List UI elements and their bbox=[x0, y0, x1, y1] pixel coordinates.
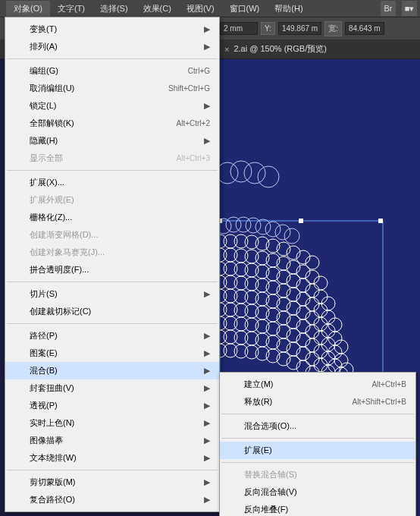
obj-label-27: 文本绕排(W) bbox=[30, 452, 199, 464]
chevron-right-icon: ▶ bbox=[204, 401, 210, 411]
obj-label-6: 全部解锁(K) bbox=[30, 118, 177, 129]
svg-rect-131 bbox=[299, 219, 303, 223]
chevron-right-icon: ▶ bbox=[204, 477, 210, 487]
svg-point-27 bbox=[255, 251, 269, 265]
obj-label-20: 路径(P) bbox=[30, 330, 199, 341]
y-label: Y: bbox=[261, 22, 275, 35]
obj-label-4: 取消编组(U) bbox=[30, 83, 168, 94]
svg-point-107 bbox=[255, 333, 269, 347]
obj-item-5[interactable]: 锁定(L)▶ bbox=[5, 97, 219, 115]
obj-item-17[interactable]: 切片(S)▶ bbox=[5, 285, 219, 303]
obj-label-13: 创建渐变网格(D)... bbox=[30, 229, 210, 241]
obj-label-29: 剪切蒙版(M) bbox=[30, 477, 199, 488]
blend-item-8[interactable]: 反向混合轴(V) bbox=[220, 483, 415, 501]
blend-item-1[interactable]: 释放(R)Alt+Shift+Ctrl+B bbox=[220, 393, 415, 411]
svg-point-10 bbox=[265, 222, 281, 237]
obj-item-6[interactable]: 全部解锁(K)Alt+Ctrl+2 bbox=[5, 115, 219, 132]
menu-1[interactable]: 文字(T) bbox=[50, 1, 92, 17]
obj-item-26[interactable]: 图像描摹▶ bbox=[5, 432, 219, 449]
svg-point-6 bbox=[226, 217, 241, 232]
obj-item-7[interactable]: 隐藏(H)▶ bbox=[5, 132, 219, 149]
blend-label-3: 混合选项(O)... bbox=[244, 420, 406, 432]
obj-item-29[interactable]: 剪切蒙版(M)▶ bbox=[5, 474, 219, 491]
blend-label-7: 替换混合轴(S) bbox=[244, 469, 406, 480]
blend-sep-2 bbox=[221, 414, 414, 414]
obj-label-12: 栅格化(Z)... bbox=[30, 212, 210, 223]
obj-item-27[interactable]: 文本绕排(W)▶ bbox=[5, 449, 219, 467]
svg-point-4 bbox=[258, 166, 279, 187]
obj-item-25[interactable]: 实时上色(N)▶ bbox=[5, 414, 219, 432]
toolbar-icon-1[interactable]: ■▾ bbox=[402, 1, 417, 16]
obj-label-22: 混合(B) bbox=[30, 365, 199, 376]
y-value[interactable]: 149.867 m bbox=[278, 22, 321, 35]
close-icon[interactable]: × bbox=[224, 45, 229, 54]
obj-item-24[interactable]: 透视(P)▶ bbox=[5, 397, 219, 414]
chevron-right-icon: ▶ bbox=[204, 331, 210, 341]
blend-submenu: 建立(M)Alt+Ctrl+B释放(R)Alt+Shift+Ctrl+B混合选项… bbox=[219, 372, 416, 516]
obj-label-7: 隐藏(H) bbox=[30, 135, 199, 146]
obj-label-1: 排列(A) bbox=[30, 41, 199, 52]
chevron-right-icon: ▶ bbox=[204, 101, 210, 111]
obj-item-3[interactable]: 编组(G)Ctrl+G bbox=[5, 62, 219, 80]
obj-item-22[interactable]: 混合(B)▶ bbox=[5, 362, 219, 379]
menu-3[interactable]: 效果(C) bbox=[136, 1, 179, 17]
obj-item-10[interactable]: 扩展(X)... bbox=[5, 174, 219, 191]
obj-item-18[interactable]: 创建裁切标记(C) bbox=[5, 303, 219, 320]
menu-0[interactable]: 对象(O) bbox=[6, 1, 50, 17]
obj-item-12[interactable]: 栅格化(Z)... bbox=[5, 209, 219, 226]
obj-shortcut-6: Alt+Ctrl+2 bbox=[177, 119, 210, 127]
chevron-right-icon: ▶ bbox=[204, 289, 210, 299]
blend-label-5: 扩展(E) bbox=[244, 445, 406, 456]
blend-sep-4 bbox=[221, 438, 414, 439]
chevron-right-icon: ▶ bbox=[204, 418, 210, 428]
menu-5[interactable]: 窗口(W) bbox=[222, 1, 268, 17]
obj-item-20[interactable]: 路径(P)▶ bbox=[5, 327, 219, 345]
blend-item-9[interactable]: 反向堆叠(F) bbox=[220, 501, 415, 516]
blend-label-0: 建立(M) bbox=[244, 379, 371, 390]
menu-4[interactable]: 视图(V) bbox=[179, 1, 222, 17]
x-value[interactable]: 2 mm bbox=[220, 22, 258, 35]
obj-label-30: 复合路径(O) bbox=[30, 494, 199, 505]
obj-sep-19 bbox=[7, 323, 218, 324]
chevron-right-icon: ▶ bbox=[204, 383, 210, 393]
w-value[interactable]: 84.643 m bbox=[345, 22, 384, 35]
blend-item-3[interactable]: 混合选项(O)... bbox=[220, 417, 415, 435]
obj-item-0[interactable]: 变换(T)▶ bbox=[5, 20, 219, 38]
obj-label-5: 锁定(L) bbox=[30, 100, 199, 112]
menu-2[interactable]: 选择(S) bbox=[92, 1, 136, 17]
svg-point-9 bbox=[255, 219, 271, 234]
toolbar-icon-0[interactable]: Br bbox=[381, 1, 396, 16]
obj-item-8: 显示全部Alt+Ctrl+3 bbox=[5, 149, 219, 167]
obj-label-23: 封套扭曲(V) bbox=[30, 382, 199, 394]
obj-item-15[interactable]: 拼合透明度(F)... bbox=[5, 261, 219, 278]
obj-item-23[interactable]: 封套扭曲(V)▶ bbox=[5, 379, 219, 397]
obj-item-30[interactable]: 复合路径(O)▶ bbox=[5, 491, 219, 508]
obj-item-4[interactable]: 取消编组(U)Shift+Ctrl+G bbox=[5, 80, 219, 97]
blend-item-0[interactable]: 建立(M)Alt+Ctrl+B bbox=[220, 376, 415, 393]
svg-point-63 bbox=[255, 292, 269, 306]
chevron-right-icon: ▶ bbox=[204, 42, 210, 52]
blend-item-7: 替换混合轴(S) bbox=[220, 466, 415, 483]
obj-item-14: 创建对象马赛克(J)... bbox=[5, 244, 219, 261]
chevron-right-icon: ▶ bbox=[204, 348, 210, 358]
chevron-right-icon: ▶ bbox=[204, 495, 210, 505]
obj-item-13: 创建渐变网格(D)... bbox=[5, 226, 219, 244]
chevron-right-icon: ▶ bbox=[204, 24, 210, 34]
obj-item-21[interactable]: 图案(E)▶ bbox=[5, 345, 219, 362]
obj-sep-16 bbox=[7, 282, 218, 282]
svg-point-3 bbox=[244, 162, 265, 184]
object-menu: 变换(T)▶排列(A)▶编组(G)Ctrl+G取消编组(U)Shift+Ctrl… bbox=[5, 17, 220, 512]
chevron-right-icon: ▶ bbox=[204, 453, 210, 463]
menu-6[interactable]: 帮助(H) bbox=[267, 1, 310, 17]
chevron-right-icon: ▶ bbox=[204, 366, 210, 376]
svg-point-121 bbox=[255, 347, 269, 360]
tab-title[interactable]: 2.ai @ 150% (RGB/预览) bbox=[234, 43, 326, 55]
obj-label-25: 实时上色(N) bbox=[30, 417, 199, 429]
blend-shortcut-1: Alt+Shift+Ctrl+B bbox=[353, 398, 406, 406]
chevron-right-icon: ▶ bbox=[204, 436, 210, 445]
blend-item-5[interactable]: 扩展(E) bbox=[220, 442, 415, 459]
menubar: 对象(O)文字(T)选择(S)效果(C)视图(V)窗口(W)帮助(H)Br■▾ bbox=[0, 0, 420, 17]
obj-item-1[interactable]: 排列(A)▶ bbox=[5, 38, 219, 55]
blend-label-9: 反向堆叠(F) bbox=[244, 504, 406, 515]
obj-label-18: 创建裁切标记(C) bbox=[30, 306, 210, 317]
